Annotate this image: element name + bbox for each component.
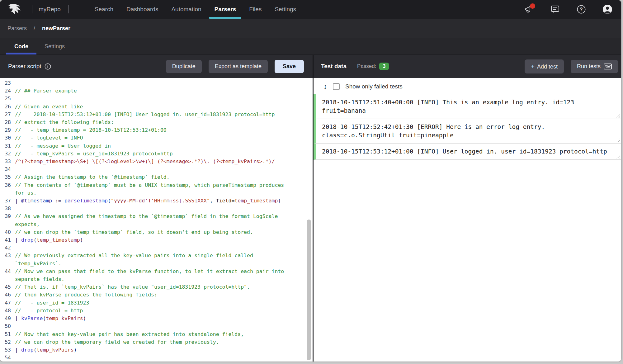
passed-count-badge: 3 [379,63,389,70]
code-line[interactable]: 37| @timestamp := parseTimestamp("yyyy-M… [0,197,313,205]
code-line[interactable]: for us. [0,189,313,197]
breadcrumb-parsers[interactable]: Parsers [7,25,27,32]
nav-item-parsers[interactable]: Parsers [208,0,243,19]
editor-scrollbar[interactable] [307,220,311,360]
code-line[interactable]: 44// Now we can pass that field to the k… [0,267,313,275]
code-line[interactable]: 54 [0,354,313,362]
code-line[interactable]: 51// Now that each key-value pair has be… [0,330,313,338]
info-icon[interactable] [45,63,51,70]
code-line[interactable]: 43// We previously extracted all the key… [0,252,313,259]
test-case-text[interactable]: 2018-10-15T12:51:40+00:00 [INFO] This is… [322,98,613,115]
line-number: 31 [0,142,15,150]
test-case-text[interactable]: 2018-10-15T12:52:42+01:30 [ERROR] Here i… [322,123,613,139]
code-line[interactable]: 29// - temp_timestamp = 2018-10-15T12:53… [0,126,313,134]
line-number: 37 [0,197,15,205]
line-number: 30 [0,134,15,142]
code-line[interactable]: 32// - temp_kvPairs = user_id=1831923 pr… [0,150,313,158]
code-line[interactable]: 47// - user_id = 1831923 [0,299,313,307]
resize-handle-icon[interactable] [616,154,620,158]
resize-handle-icon[interactable] [616,138,620,142]
code-line[interactable]: separate fields. [0,275,313,283]
code-line[interactable]: 45// That is, if `temp_kvPairs` has the … [0,283,313,291]
show-failed-checkbox[interactable] [333,83,340,90]
code-line[interactable]: 52// we can drop the temporary field we … [0,338,313,346]
code-line[interactable]: 31// - message = User logged in [0,142,313,150]
parser-code-editor[interactable]: 23 24// ## Parser example25 26// Given a… [0,78,313,362]
code-text: // The contents of `@timestamp` must be … [15,181,313,189]
line-number: 45 [0,283,15,291]
run-tests-button[interactable]: Run tests [571,60,618,73]
code-line[interactable]: 48// - protocol = http [0,307,313,314]
resize-vertical-icon[interactable]: ↕ [323,83,327,90]
avatar-icon[interactable] [602,4,612,14]
code-line[interactable]: 39// As we have assigned the timestamp t… [0,212,313,220]
nav-items: Search Dashboards Automation Parsers Fil… [88,0,303,19]
code-line[interactable]: 34 [0,165,313,173]
code-line[interactable]: expects, [0,220,313,228]
resize-handle-icon[interactable] [616,114,620,118]
code-line[interactable]: 42 [0,244,313,252]
code-line[interactable]: 36// The contents of `@timestamp` must b… [0,181,313,189]
code-line[interactable]: 27// 2018-10-15T12:53:12+01:00 [INFO] Us… [0,111,313,118]
line-number [0,260,15,267]
line-number: 29 [0,126,15,134]
code-line[interactable]: `temp_kvPairs`. [0,260,313,267]
code-line[interactable]: 50 [0,322,313,330]
crowdstrike-falcon-logo[interactable] [7,3,26,16]
code-line[interactable]: 38 [0,205,313,212]
megaphone-icon[interactable] [524,4,534,14]
code-text: /^(?<temp_timestamp>\S+) \[(?<logLevel>\… [15,158,313,165]
help-icon[interactable]: ? [576,4,586,14]
nav-item-dashboards[interactable]: Dashboards [120,0,165,19]
code-line[interactable]: 49| kvParse(temp_kvPairs) [0,314,313,322]
code-line[interactable]: 33/^(?<temp_timestamp>\S+) \[(?<logLevel… [0,158,313,165]
code-text: // - user_id = 1831923 [15,299,313,307]
tab-code[interactable]: Code [6,38,36,54]
tab-settings[interactable]: Settings [36,38,73,54]
code-text: // As we have assigned the timestamp to … [15,212,313,220]
code-line[interactable]: 28// extract the following fields: [0,118,313,126]
code-line[interactable]: 23 [0,79,313,87]
nav-item-automation[interactable]: Automation [165,0,208,19]
chat-icon[interactable] [550,4,560,14]
code-line[interactable]: 26// Given an event like [0,103,313,111]
line-number: 25 [0,95,15,102]
export-template-button[interactable]: Export as template [209,60,268,73]
code-text: // ## Parser example [15,87,313,95]
save-button[interactable]: Save [275,60,304,73]
app-window: myRepo Search Dashboards Automation Pars… [0,0,621,362]
code-text: // 2018-10-15T12:53:12+01:00 [INFO] User… [15,111,313,118]
code-line[interactable]: 25 [0,95,313,102]
code-line[interactable]: 41| drop(temp_timestamp) [0,236,313,244]
line-number: 49 [0,314,15,322]
code-line[interactable]: 40// we can drop the `temp_timestamp` fi… [0,228,313,236]
line-number: 34 [0,165,15,173]
code-line[interactable]: 35// Assign the timestamp to the `@times… [0,173,313,181]
show-failed-label: Show only failed tests [345,83,403,90]
line-number: 53 [0,346,15,354]
line-number: 42 [0,244,15,252]
line-number: 43 [0,252,15,259]
code-text: // Given an event like [15,103,313,111]
add-test-button[interactable]: +Add test [525,59,564,73]
test-case[interactable]: 2018-10-15T12:52:42+01:30 [ERROR] Here i… [314,119,621,144]
code-line[interactable]: 46// then kvParse produces the following… [0,291,313,299]
code-text: | drop(temp_kvPairs) [15,346,313,354]
repo-name[interactable]: myRepo [39,6,61,13]
nav-divider [68,5,69,13]
code-line[interactable]: 30// - logLevel = INFO [0,134,313,142]
line-number: 47 [0,299,15,307]
code-line[interactable]: 24// ## Parser example [0,87,313,95]
test-case[interactable]: 2018-10-15T12:51:40+00:00 [INFO] This is… [314,94,621,119]
breadcrumb-current: newParser [42,25,70,32]
nav-item-files[interactable]: Files [243,0,268,19]
nav-item-settings[interactable]: Settings [268,0,303,19]
nav-item-search[interactable]: Search [88,0,120,19]
test-case-text[interactable]: 2018-10-15T12:53:12+01:00 [INFO] User lo… [322,147,613,156]
code-text [15,322,313,330]
code-line[interactable]: 53| drop(temp_kvPairs) [0,346,313,354]
line-number: 28 [0,118,15,126]
test-case[interactable]: 2018-10-15T12:53:12+01:00 [INFO] User lo… [314,144,621,160]
main-content: 23 24// ## Parser example25 26// Given a… [0,78,621,362]
duplicate-button[interactable]: Duplicate [166,60,202,73]
